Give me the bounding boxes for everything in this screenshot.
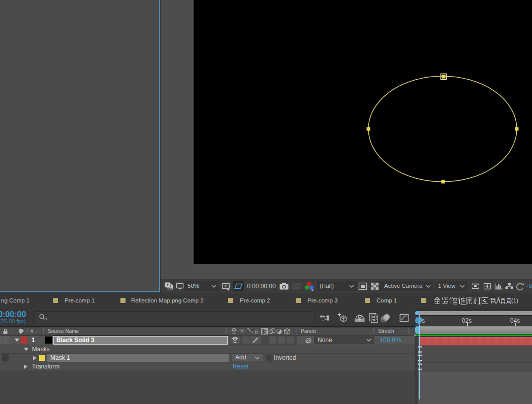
svg-text:fx: fx bbox=[255, 328, 259, 334]
